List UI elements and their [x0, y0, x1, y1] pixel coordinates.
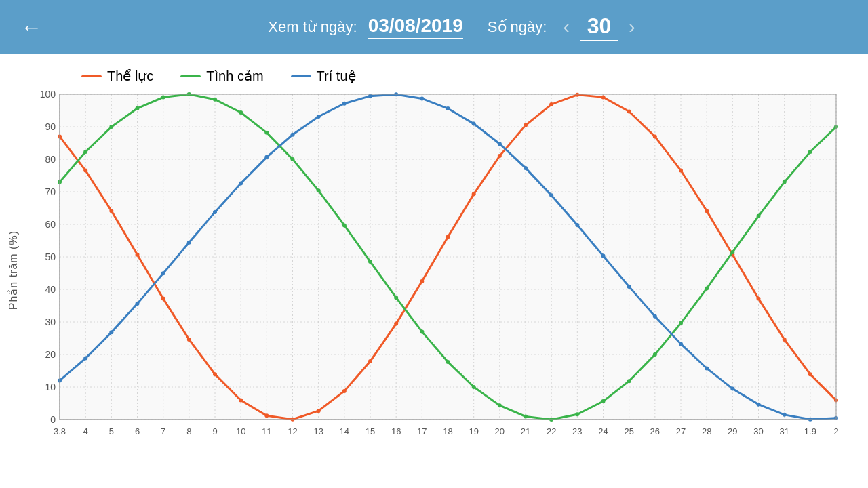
- legend-line-tinh-cam: [180, 75, 201, 77]
- days-value: 30: [580, 14, 618, 41]
- legend-label-tri-tue: Trí tuệ: [317, 68, 356, 84]
- chart-legend: Thể lực Tình cảm Trí tuệ: [81, 68, 356, 84]
- chart-area: Thể lực Tình cảm Trí tuệ Phần trăm (%): [0, 54, 868, 460]
- y-axis-label: Phần trăm (%): [7, 230, 20, 310]
- days-label: Số ngày:: [488, 18, 547, 36]
- header-center: Xem từ ngày: 03/08/2019 Số ngày: ‹ 30 ›: [56, 14, 848, 41]
- app-header: ← Xem từ ngày: 03/08/2019 Số ngày: ‹ 30 …: [0, 0, 868, 54]
- date-prefix-label: Xem từ ngày:: [268, 18, 357, 36]
- days-prev-button[interactable]: ‹: [563, 16, 569, 38]
- legend-tri-tue: Trí tuệ: [291, 68, 356, 84]
- days-next-button[interactable]: ›: [629, 16, 635, 38]
- legend-line-tri-tue: [291, 75, 311, 77]
- legend-label-tinh-cam: Tình cảm: [206, 68, 263, 84]
- days-nav: ‹ 30 ›: [563, 14, 635, 41]
- back-button[interactable]: ←: [20, 15, 42, 40]
- legend-tinh-cam: Tình cảm: [180, 68, 263, 84]
- legend-label-the-luc: Thể lực: [107, 68, 153, 84]
- legend-line-the-luc: [81, 75, 102, 77]
- biorhythm-chart: [22, 87, 850, 453]
- legend-the-luc: Thể lực: [81, 68, 153, 84]
- chart-with-yaxis: Phần trăm (%): [7, 87, 861, 453]
- date-value[interactable]: 03/08/2019: [368, 15, 463, 39]
